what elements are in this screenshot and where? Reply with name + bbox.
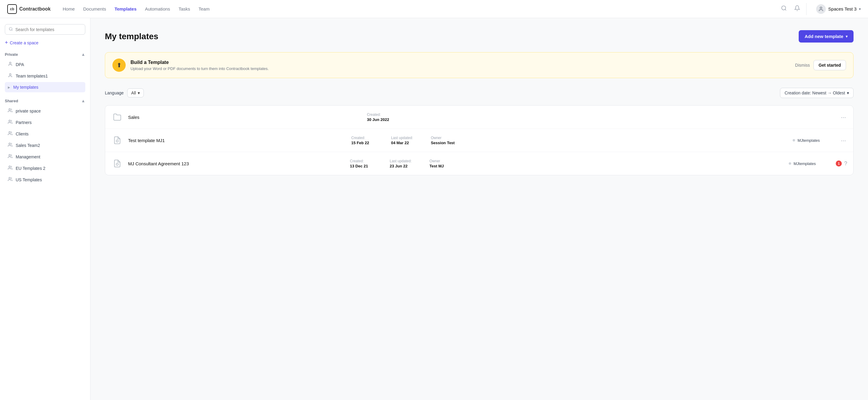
topnav: cb Contractbook Home Documents Templates… [0,0,868,18]
notifications-button[interactable] [793,4,801,14]
svg-line-4 [12,30,13,31]
owner-value-mj-consultant: Test MJ [430,164,460,168]
sort-select[interactable]: Creation date: Newest → Oldest ▾ [780,88,854,98]
template-name-sales: Sales [128,115,362,120]
template-actions-mj1: ··· [840,136,847,145]
create-space-label: Create a space [10,40,38,45]
owner-dot-mj1 [793,139,795,141]
sort-chevron: ▾ [847,90,849,95]
template-name-mj1: Test template MJ1 [128,138,346,143]
owner-dot-mj-consultant [789,162,791,165]
dismiss-button[interactable]: Dismiss [795,63,810,67]
nav-documents[interactable]: Documents [83,6,106,11]
notification-badge: 1 [836,161,842,167]
group-icon-7 [8,177,13,183]
nav-automations[interactable]: Automations [145,6,170,11]
folder-icon [111,111,123,123]
sidebar-item-us-templates[interactable]: US Templates [5,174,85,185]
language-value: All [131,90,136,95]
sidebar-item-management[interactable]: Management [5,151,85,162]
banner-title: Build a Template [130,60,790,65]
table-row[interactable]: Sales Created: 30 Jun 2022 ··· [105,106,853,129]
svg-point-5 [9,62,11,64]
template-meta-mj-consultant: Created: 13 Dec 21 Last updated: 23 Jun … [350,159,784,168]
add-button-chevron: ▾ [846,34,847,38]
sidebar-item-eu-templates-2[interactable]: EU Templates 2 [5,163,85,174]
help-button-mj-consultant[interactable]: ? [844,161,847,167]
created-value-sales: 30 Jun 2022 [367,117,835,122]
shared-collapse-btn[interactable]: ▲ [81,98,85,103]
language-filter-select[interactable]: All ▾ [127,88,144,97]
sales-team2-label: Sales Team2 [16,143,82,148]
logo: cb Contractbook [7,4,51,14]
nav-home[interactable]: Home [63,6,75,11]
sidebar-item-my-templates[interactable]: ▶ My templates + [5,82,85,92]
nav-templates[interactable]: Templates [115,6,136,11]
private-section-header: Private ▲ [5,52,85,57]
my-templates-label: My templates [13,85,76,90]
more-options-button-sales[interactable]: ··· [840,113,847,122]
template-list: Sales Created: 30 Jun 2022 ··· Test temp… [105,105,854,175]
updated-group-mj-consultant: Last updated: 23 Jun 22 [390,159,420,168]
search-box[interactable] [5,24,85,35]
language-filter-label: Language [105,90,124,95]
main-header: My templates Add new template ▾ [105,30,854,42]
nav-links: Home Documents Templates Automations Tas… [63,6,780,11]
banner-description: Upload your Word or PDF documents to tur… [130,66,790,71]
owner-group-mj1: Owner Session Test [431,136,461,145]
group-icon-3 [8,131,13,137]
clients-label: Clients [16,132,82,136]
sidebar-item-team-templates1[interactable]: Team templates1 [5,70,85,81]
add-button-label: Add new template [805,34,843,39]
private-collapse-btn[interactable]: ▲ [81,52,85,57]
folder-meta: Created: 30 Jun 2022 [367,113,835,122]
table-row[interactable]: Test template MJ1 Created: 15 Feb 22 Las… [105,129,853,152]
more-options-button-mj1[interactable]: ··· [840,136,847,145]
sidebar-item-partners[interactable]: Partners [5,117,85,128]
sidebar-item-clients[interactable]: Clients [5,128,85,139]
svg-point-7 [9,109,10,110]
sidebar-item-sales-team2[interactable]: Sales Team2 [5,140,85,151]
template-assignee-mj-consultant: MJtemplates [789,162,831,166]
search-button[interactable] [780,4,788,14]
sidebar-item-private-space[interactable]: private space [5,106,85,116]
owner-group-mj-consultant: Owner Test MJ [430,159,460,168]
private-space-label: private space [16,109,82,113]
avatar [816,4,826,14]
svg-point-13 [9,177,10,179]
created-label-mj1: Created: [351,136,381,140]
group-icon-5 [8,154,13,160]
create-space-button[interactable]: + Create a space [5,39,38,46]
user-area[interactable]: Spaces Test 3 ▾ [811,4,861,14]
get-started-button[interactable]: Get started [813,60,846,70]
search-input[interactable] [16,27,82,32]
svg-point-14 [116,140,119,142]
my-templates-chevron: ▶ [8,86,10,89]
created-label-mj-consultant: Created: [350,159,380,163]
table-row[interactable]: MJ Consultant Agreement 123 Created: 13 … [105,152,853,175]
template-assignee-mj1: MJtemplates [793,138,835,143]
group-icon-1 [8,108,13,114]
nav-right: Spaces Test 3 ▾ [780,3,861,15]
template-actions-mj-consultant: 1 ? [836,161,847,167]
template-doc-icon-2 [111,158,123,170]
nav-tasks[interactable]: Tasks [179,6,190,11]
sidebar-item-dpa[interactable]: DPA [5,59,85,70]
nav-team[interactable]: Team [198,6,210,11]
layout: + Create a space Private ▲ DPA Team temp… [0,18,868,400]
svg-point-2 [820,7,822,9]
assignee-name-mj-consultant: MJtemplates [794,162,816,166]
add-new-template-button[interactable]: Add new template ▾ [799,30,854,42]
group-icon-6 [8,165,13,171]
search-icon [9,27,13,32]
sort-label: Creation date: Newest → Oldest [784,90,845,95]
shared-label: Shared [5,98,18,103]
user-menu-chevron: ▾ [859,7,861,11]
template-actions-sales: ··· [840,113,847,122]
main-content: My templates Add new template ▾ ⬆ Build … [90,18,868,400]
build-template-banner: ⬆ Build a Template Upload your Word or P… [105,52,854,78]
logo-icon: cb [7,4,17,14]
banner-content: Build a Template Upload your Word or PDF… [130,60,790,71]
filter-left: Language All ▾ [105,88,144,97]
user-name: Spaces Test 3 [828,6,857,11]
